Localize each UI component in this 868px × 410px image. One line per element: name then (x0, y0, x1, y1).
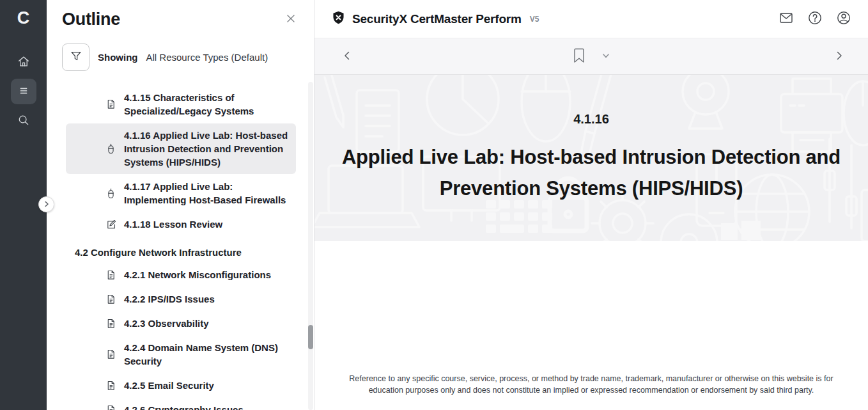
outline-item-label: 4.1.17 Applied Live Lab: Implementing Ho… (124, 180, 288, 207)
lesson-number: 4.1.16 (573, 112, 609, 127)
outline-item[interactable]: 4.2.6 Cryptography Issues (66, 398, 296, 410)
document-icon (106, 349, 117, 359)
hamburger-menu-icon (17, 84, 31, 100)
app-root: C (0, 0, 868, 410)
app-logo: C (0, 0, 47, 36)
outline-item[interactable]: 4.2.3 Observability (66, 311, 296, 335)
search-button[interactable] (11, 108, 36, 134)
outline-item[interactable]: 4.2.1 Network Misconfigurations (66, 263, 296, 287)
lesson-hero-banner: 4.1.16 Applied Live Lab: Host-based Intr… (314, 75, 868, 241)
close-icon (285, 13, 297, 26)
edit-icon (106, 219, 117, 230)
bookmark-button[interactable] (572, 47, 586, 66)
account-icon (836, 10, 851, 28)
next-lesson-button[interactable] (833, 50, 845, 63)
chevron-left-icon (341, 50, 353, 63)
help-icon (807, 10, 823, 28)
outline-item-label: 4.2.6 Cryptography Issues (124, 403, 244, 410)
home-button[interactable] (11, 49, 36, 75)
filter-value: All Resource Types (Default) (146, 52, 268, 63)
mouse-icon (106, 188, 117, 199)
document-icon (106, 319, 117, 329)
outline-item-label: 4.2.4 Domain Name System (DNS) Security (124, 341, 288, 368)
outline-item-label: 4.1.16 Applied Live Lab: Host-based Intr… (124, 129, 288, 169)
outline-menu-button[interactable] (11, 79, 36, 104)
outline-item-label: 4.2.2 IPS/IDS Issues (124, 292, 215, 306)
lesson-page-body: Reference to any specific course, servic… (314, 241, 868, 410)
outline-item-label: 4.2.5 Email Security (124, 379, 214, 392)
document-icon (106, 270, 117, 280)
shield-logo-icon (331, 10, 346, 28)
panel-toggle-button[interactable] (38, 196, 54, 212)
document-icon (106, 405, 117, 410)
outline-item-label: 4.1.15 Characteristics of Specialized/Le… (124, 91, 288, 118)
bookmark-group (572, 47, 610, 66)
outline-item-label: 4.2.3 Observability (124, 317, 209, 330)
app-header: SecurityX CertMaster Perform v5 (314, 0, 868, 38)
outline-item[interactable]: 4.1.15 Characteristics of Specialized/Le… (66, 86, 296, 123)
outline-item-selected[interactable]: 4.1.16 Applied Live Lab: Host-based Intr… (66, 123, 296, 174)
app-version-badge: v5 (530, 15, 539, 24)
lesson-title: Applied Live Lab: Host-based Intrusion D… (320, 142, 863, 203)
chevron-down-icon (601, 51, 610, 62)
search-icon (17, 113, 31, 129)
filter-button[interactable] (62, 43, 89, 71)
chevron-right-icon (43, 200, 50, 209)
document-icon (106, 294, 117, 304)
document-icon (106, 99, 117, 109)
home-icon (17, 54, 31, 70)
showing-label: Showing (98, 52, 138, 63)
outline-panel-title: Outline (62, 10, 120, 29)
outline-scrollbar-thumb[interactable] (308, 325, 313, 349)
disclaimer-text: Reference to any specific course, servic… (341, 373, 842, 397)
outline-item[interactable]: 4.2.2 IPS/IDS Issues (66, 287, 296, 311)
messages-button[interactable] (779, 10, 794, 28)
help-button[interactable] (807, 10, 823, 28)
outline-list: 4.1.15 Characteristics of Specialized/Le… (47, 77, 314, 410)
outline-item-label: 4.1.18 Lesson Review (124, 217, 222, 231)
mouse-icon (106, 143, 117, 154)
outline-section-header[interactable]: 4.2 Configure Network Infrastructure (75, 246, 296, 259)
resource-filter-row: Showing All Resource Types (Default) (47, 33, 314, 77)
outline-item[interactable]: 4.1.18 Lesson Review (66, 212, 296, 236)
close-outline-button[interactable] (282, 11, 300, 29)
outline-item[interactable]: 4.2.5 Email Security (66, 374, 296, 397)
previous-lesson-button[interactable] (341, 50, 353, 63)
app-title: SecurityX CertMaster Perform (352, 12, 522, 26)
header-actions (779, 10, 851, 28)
lesson-navigation-bar (314, 38, 868, 75)
bookmark-menu-button[interactable] (601, 51, 610, 62)
document-icon (106, 381, 117, 391)
brand: SecurityX CertMaster Perform v5 (331, 10, 539, 28)
funnel-filter-icon (69, 49, 83, 65)
bookmark-icon (572, 47, 586, 66)
mail-icon (779, 10, 794, 28)
account-button[interactable] (836, 10, 851, 28)
outline-item[interactable]: 4.2.4 Domain Name System (DNS) Security (66, 336, 296, 373)
outline-item-label: 4.2.1 Network Misconfigurations (124, 268, 271, 281)
outline-item[interactable]: 4.1.17 Applied Live Lab: Implementing Ho… (66, 175, 296, 212)
main-content: SecurityX CertMaster Perform v5 (314, 0, 868, 410)
chevron-right-icon (833, 50, 845, 63)
outline-panel: Outline Showing All Resource Types (Defa… (47, 0, 314, 410)
outline-scrollbar-track[interactable] (308, 82, 313, 410)
